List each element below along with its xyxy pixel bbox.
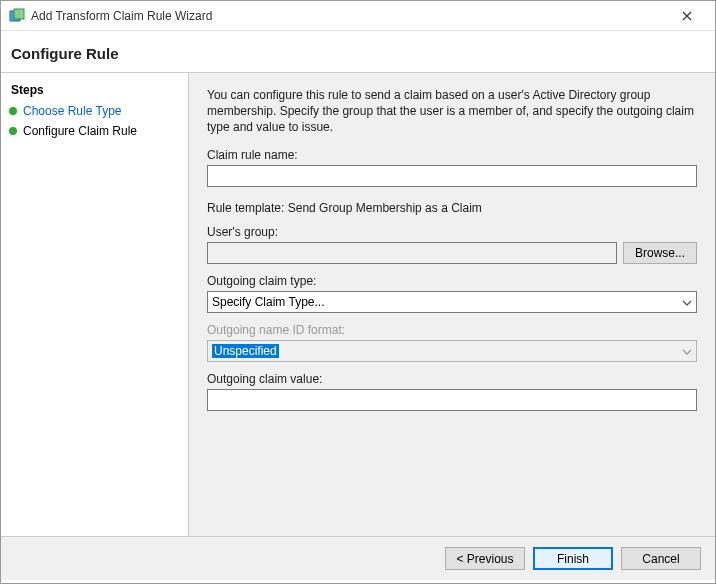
outgoing-name-id-label: Outgoing name ID format:: [207, 323, 697, 337]
app-icon: [9, 8, 25, 24]
claim-rule-name-input[interactable]: [207, 165, 697, 187]
previous-button[interactable]: < Previous: [445, 547, 525, 570]
select-value: Specify Claim Type...: [212, 295, 325, 309]
cancel-button[interactable]: Cancel: [621, 547, 701, 570]
step-bullet-icon: [9, 127, 17, 135]
steps-heading: Steps: [1, 79, 188, 101]
window-title: Add Transform Claim Rule Wizard: [31, 9, 667, 23]
outgoing-claim-value-input[interactable]: [207, 389, 697, 411]
svg-rect-1: [14, 9, 24, 19]
description-text: You can configure this rule to send a cl…: [207, 87, 697, 136]
rule-template-line: Rule template: Send Group Membership as …: [207, 201, 697, 215]
rule-template-value: Send Group Membership as a Claim: [288, 201, 482, 215]
finish-button[interactable]: Finish: [533, 547, 613, 570]
step-label: Choose Rule Type: [23, 104, 122, 118]
select-value: Unspecified: [212, 344, 279, 358]
claim-rule-name-label: Claim rule name:: [207, 148, 697, 162]
outgoing-claim-type-select[interactable]: Specify Claim Type...: [207, 291, 697, 313]
step-choose-rule-type[interactable]: Choose Rule Type: [1, 101, 188, 121]
page-title: Configure Rule: [11, 45, 705, 62]
rule-template-prefix: Rule template:: [207, 201, 288, 215]
titlebar: Add Transform Claim Rule Wizard: [1, 1, 715, 31]
steps-sidebar: Steps Choose Rule Type Configure Claim R…: [1, 73, 189, 536]
browse-button[interactable]: Browse...: [623, 242, 697, 264]
window-close-button[interactable]: [667, 2, 707, 30]
main-panel: You can configure this rule to send a cl…: [189, 73, 715, 536]
chevron-down-icon: [682, 344, 692, 358]
outgoing-name-id-select: Unspecified: [207, 340, 697, 362]
users-group-label: User's group:: [207, 225, 697, 239]
users-group-input[interactable]: [207, 242, 617, 264]
step-bullet-icon: [9, 107, 17, 115]
step-configure-claim-rule[interactable]: Configure Claim Rule: [1, 121, 188, 141]
footer-buttons: < Previous Finish Cancel: [1, 536, 715, 580]
page-header: Configure Rule: [1, 31, 715, 73]
outgoing-claim-value-label: Outgoing claim value:: [207, 372, 697, 386]
outgoing-claim-type-label: Outgoing claim type:: [207, 274, 697, 288]
chevron-down-icon: [682, 295, 692, 309]
step-label: Configure Claim Rule: [23, 124, 137, 138]
